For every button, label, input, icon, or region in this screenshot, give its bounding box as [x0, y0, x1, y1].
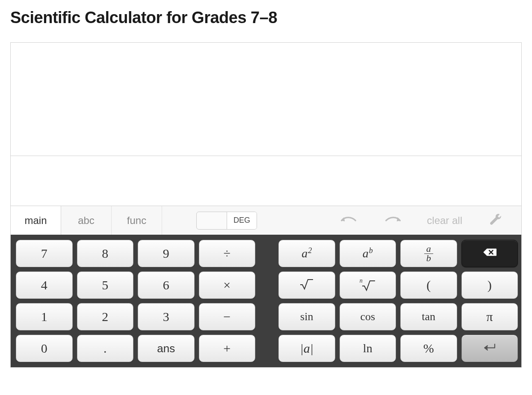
power-icon: ab [363, 247, 373, 260]
expression-input[interactable] [11, 156, 521, 206]
key-multiply[interactable]: × [199, 271, 256, 299]
angle-mode-deg[interactable]: DEG [227, 212, 257, 229]
history-area[interactable] [11, 43, 521, 156]
tab-main[interactable]: main [11, 206, 61, 235]
key-8[interactable]: 8 [77, 240, 134, 267]
key-plus[interactable]: + [199, 335, 256, 362]
keypad-functions: a2 ab a b [278, 240, 518, 362]
key-lparen[interactable]: ( [400, 271, 457, 299]
key-1[interactable]: 1 [16, 303, 73, 330]
toolbar: main abc func DEG [11, 206, 521, 235]
key-square[interactable]: a2 [278, 240, 335, 267]
key-4[interactable]: 4 [16, 271, 73, 299]
key-rparen[interactable]: ) [461, 271, 518, 299]
fraction-icon: a b [424, 245, 433, 263]
keypad-tabs: main abc func [11, 206, 162, 235]
key-backspace[interactable] [461, 240, 518, 267]
key-9[interactable]: 9 [138, 240, 195, 267]
tab-func[interactable]: func [112, 206, 162, 235]
key-divide[interactable]: ÷ [199, 240, 256, 267]
sqrt-icon [299, 277, 314, 294]
angle-mode-toggle[interactable]: DEG [196, 212, 257, 230]
keypad: 7 8 9 ÷ 4 5 6 × 1 2 3 − 0 . ans + a2 [11, 235, 521, 367]
keypad-numeric: 7 8 9 ÷ 4 5 6 × 1 2 3 − 0 . ans + [16, 240, 255, 362]
key-3[interactable]: 3 [138, 303, 195, 330]
key-6[interactable]: 6 [138, 271, 195, 299]
undo-icon [338, 213, 358, 228]
tab-abc[interactable]: abc [61, 206, 112, 235]
key-ans[interactable]: ans [138, 335, 195, 362]
key-sin[interactable]: sin [278, 303, 335, 330]
key-decimal[interactable]: . [77, 335, 134, 362]
key-minus[interactable]: − [199, 303, 256, 330]
redo-button[interactable] [381, 212, 405, 229]
redo-icon [384, 213, 403, 228]
key-sqrt[interactable] [278, 271, 335, 299]
nth-root-icon: n [360, 278, 376, 292]
key-abs[interactable]: |a| [278, 335, 335, 362]
wrench-icon [486, 213, 505, 228]
angle-mode-rad[interactable] [197, 212, 227, 229]
key-enter[interactable] [461, 335, 518, 362]
enter-icon [482, 340, 497, 357]
key-power[interactable]: ab [340, 240, 396, 267]
clear-all-button[interactable]: clear all [427, 215, 462, 227]
key-2[interactable]: 2 [77, 303, 134, 330]
undo-button[interactable] [336, 212, 360, 229]
key-percent[interactable]: % [400, 335, 457, 362]
key-7[interactable]: 7 [16, 240, 73, 267]
key-nth-root[interactable]: n [340, 271, 396, 299]
key-ln[interactable]: ln [340, 335, 396, 362]
key-tan[interactable]: tan [400, 303, 457, 330]
settings-button[interactable] [484, 212, 508, 229]
key-cos[interactable]: cos [340, 303, 396, 330]
key-pi[interactable]: π [461, 303, 518, 330]
backspace-icon [482, 245, 497, 262]
square-icon: a2 [301, 247, 312, 260]
calculator: main abc func DEG [10, 42, 522, 368]
key-fraction[interactable]: a b [400, 240, 457, 267]
key-5[interactable]: 5 [77, 271, 134, 299]
key-0[interactable]: 0 [16, 335, 73, 362]
page-title: Scientific Calculator for Grades 7–8 [10, 9, 522, 27]
